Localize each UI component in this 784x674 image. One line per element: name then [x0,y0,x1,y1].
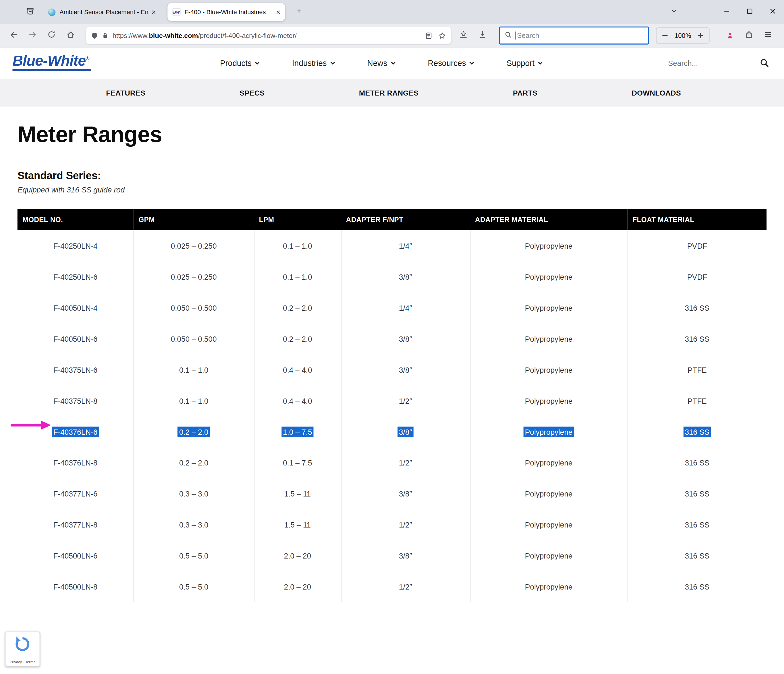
lock-icon[interactable] [102,32,108,39]
table-cell: 316 SS [628,416,767,447]
cell-text: Polypropylene [525,582,572,591]
cell-text: 3/8″ [399,551,412,560]
firefox-view-button[interactable] [22,4,38,20]
table-cell: 3/8″ [341,416,470,447]
table-cell: 1/4″ [341,230,470,261]
table-cell: F-40376LN-8 [17,447,134,478]
subnav-item-downloads[interactable]: DOWNLOADS [632,89,681,97]
browser-search-input[interactable]: Search [499,26,649,45]
navigation-toolbar: https://www.blue-white.com/product/f-400… [0,24,784,48]
tab-close-icon[interactable] [151,9,156,15]
series-note: Equipped with 316 SS guide rod [17,185,784,194]
subnav-item-parts[interactable]: PARTS [513,89,538,97]
table-cell: 0.2 – 2.0 [134,416,254,447]
terms-link[interactable]: Terms [25,660,36,664]
table-cell: 0.2 – 2.0 [134,447,254,478]
tab-close-icon[interactable] [275,9,281,15]
zoom-level[interactable]: 100% [672,32,694,39]
cell-text: Polypropylene [525,551,572,560]
new-tab-button[interactable] [291,4,307,20]
table-cell: Polypropylene [470,416,628,447]
cell-text: 3/8″ [398,427,414,437]
site-search-input[interactable]: Search... [668,58,769,69]
table-cell: PTFE [628,385,767,416]
cell-text: 1/4″ [399,303,412,312]
tab-f400-blue-white[interactable]: BW F-400 - Blue-White Industries [168,3,285,21]
table-cell: 316 SS [628,292,767,323]
table-cell: F-40375LN-6 [17,354,134,385]
nav-item-industries[interactable]: Industries [292,59,335,68]
nav-item-resources[interactable]: Resources [428,59,474,68]
cell-text: 0.2 – 2.0 [178,427,210,437]
zoom-out-button[interactable] [659,28,672,43]
downloads-button[interactable] [474,27,491,44]
cell-text: 316 SS [685,458,709,467]
cell-text: Polypropylene [525,303,572,312]
subnav-item-meter-ranges[interactable]: METER RANGES [359,89,418,97]
url-bar[interactable]: https://www.blue-white.com/product/f-400… [86,27,451,44]
cell-text: 0.5 – 5.0 [179,551,208,560]
annotation-arrow [10,420,52,431]
back-button[interactable] [5,27,22,44]
cell-text: F-40376LN-8 [53,458,98,467]
forward-button[interactable] [24,27,41,44]
cell-text: 316 SS [685,582,709,591]
subnav-item-features[interactable]: FEATURES [106,89,145,97]
close-window-button[interactable] [761,0,784,24]
column-header: GPM [134,209,254,230]
cell-text: PVDF [687,272,707,281]
minimize-button[interactable] [715,0,738,24]
cell-text: 1.5 – 11 [284,520,311,529]
cell-text: 0.1 – 1.0 [179,365,208,374]
bookmark-star-icon[interactable] [439,32,446,39]
cell-text: 1.0 – 7.5 [281,427,313,437]
home-button[interactable] [62,27,79,44]
back-arrow-icon [9,30,18,41]
site-logo[interactable]: Blue-White® [12,53,91,71]
forward-arrow-icon [28,30,37,41]
column-header: ADAPTER F/NPT [341,209,470,230]
search-icon [504,31,512,40]
cell-text: PTFE [688,365,707,374]
recaptcha-badge[interactable]: Privacy - Terms [5,632,40,666]
table-cell: 0.4 – 4.0 [254,385,341,416]
nav-item-support[interactable]: Support [507,59,543,68]
table-cell: 0.1 – 1.0 [134,354,254,385]
cell-text: Polypropylene [525,520,572,529]
chevron-down-icon [330,59,335,68]
cell-text: 316 SS [685,489,709,498]
cell-text: 0.3 – 3.0 [179,489,208,498]
search-icon[interactable] [759,58,769,69]
zoom-in-button[interactable] [694,28,707,43]
bookmarks-menu-button[interactable] [455,27,472,44]
list-all-tabs-button[interactable] [666,4,682,20]
table-cell: 1/2″ [341,385,470,416]
table-cell: Polypropylene [470,571,628,602]
table-row: F-40250LN-60.025 – 0.2500.1 – 1.03/8″Pol… [17,261,767,292]
chevron-down-icon [255,59,260,68]
tracking-protection-shield-icon[interactable] [91,32,98,39]
share-button[interactable] [740,27,758,44]
reader-view-icon[interactable] [425,32,432,39]
table-row: F-40377LN-60.3 – 3.01.5 – 113/8″Polyprop… [17,478,767,509]
nav-item-news[interactable]: News [367,59,396,68]
subnav-item-specs[interactable]: SPECS [240,89,265,97]
cell-text: F-40050LN-4 [53,303,98,312]
privacy-link[interactable]: Privacy [10,660,22,664]
column-header: LPM [254,209,341,230]
series-heading: Standard Series: [17,170,784,181]
table-cell: PTFE [628,354,767,385]
cell-text: 0.1 – 1.0 [283,272,312,281]
reload-button[interactable] [43,27,60,44]
menu-button[interactable] [760,27,776,44]
cell-text: 3/8″ [399,334,412,343]
cell-text: F-40250LN-6 [53,272,98,281]
nav-item-products[interactable]: Products [220,59,260,68]
table-cell: 1/2″ [341,509,470,540]
maximize-button[interactable] [738,0,761,24]
tab-ambient-sensor[interactable]: Ambient Sensor Placement - En [43,3,160,21]
extension-icon[interactable] [722,27,739,44]
cell-text: 0.025 – 0.250 [171,241,217,250]
cell-text: 2.0 – 20 [284,551,311,560]
cell-text: 316 SS [685,303,709,312]
